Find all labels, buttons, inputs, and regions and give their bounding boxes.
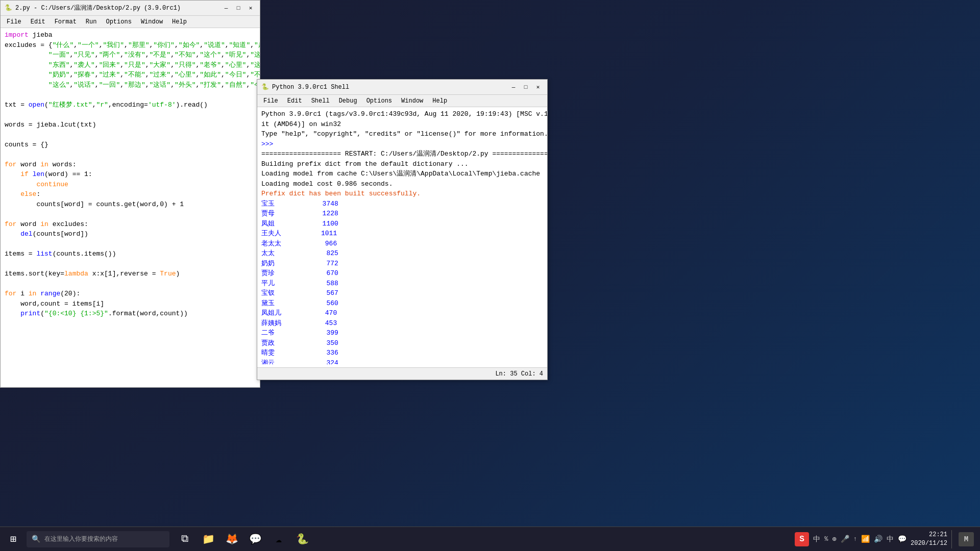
clock-date: 2020/11/12 xyxy=(911,539,947,548)
shell-maximize-button[interactable]: □ xyxy=(521,82,531,92)
windows-logo-icon: ⊞ xyxy=(10,533,16,545)
shell-python-icon: 🐍 xyxy=(261,83,269,91)
taskview-icon: ⧉ xyxy=(181,533,188,545)
shell-menu-help[interactable]: Help xyxy=(428,96,451,106)
taskbar-search-icon: 🔍 xyxy=(32,535,40,543)
minimize-button[interactable]: — xyxy=(221,3,231,13)
folder-icon: 📁 xyxy=(202,533,215,545)
ime-zh-icon[interactable]: 中 xyxy=(887,535,894,544)
close-button[interactable]: ✕ xyxy=(246,3,256,13)
code-editor-area[interactable]: import jieba excludes = {"什么","一个","我们",… xyxy=(1,28,260,387)
taskbar-search-text: 在这里输入你要搜索的内容 xyxy=(44,535,118,543)
wechat-icon: 💬 xyxy=(249,533,262,545)
shell-status-bar: Ln: 35 Col: 4 xyxy=(257,367,547,380)
shell-menu-bar: File Edit Shell Debug Options Window Hel… xyxy=(257,95,547,107)
editor-title-bar: 🐍 2.py - C:/Users/温润清/Desktop/2.py (3.9.… xyxy=(1,1,260,16)
system-tray: S 中 % ⊕ 🎤 ↑ 📶 🔊 中 💬 22:21 2020/11/12 M xyxy=(795,530,978,548)
upload-icon[interactable]: ↑ xyxy=(853,536,857,543)
shell-minimize-button[interactable]: — xyxy=(508,82,519,92)
python-shell-window: 🐍 Python 3.9.0rc1 Shell — □ ✕ File Edit … xyxy=(257,79,548,380)
menu-window[interactable]: Window xyxy=(137,17,167,27)
python-taskbar-icon: 🐍 xyxy=(296,533,309,545)
python-app-button[interactable]: 🐍 xyxy=(291,528,313,550)
firefox-icon: 🦊 xyxy=(226,533,238,545)
shell-menu-edit[interactable]: Edit xyxy=(283,96,306,106)
sogou-icon[interactable]: S xyxy=(795,532,809,546)
idle-editor-window: 🐍 2.py - C:/Users/温润清/Desktop/2.py (3.9.… xyxy=(0,0,260,388)
maximize-button[interactable]: □ xyxy=(233,3,243,13)
menu-help[interactable]: Help xyxy=(168,17,191,27)
menu-format[interactable]: Format xyxy=(51,17,81,27)
start-button[interactable]: ⊞ xyxy=(2,528,24,550)
cloud-button[interactable]: ☁ xyxy=(267,528,290,550)
cloud-icon: ☁ xyxy=(276,533,282,545)
shell-title: 🐍 Python 3.9.0rc1 Shell xyxy=(261,83,349,91)
shell-menu-options[interactable]: Options xyxy=(362,96,396,106)
volume-icon[interactable]: 🔊 xyxy=(874,535,883,543)
shell-window-controls[interactable]: — □ ✕ xyxy=(508,82,543,92)
shell-title-bar: 🐍 Python 3.9.0rc1 Shell — □ ✕ xyxy=(257,80,547,95)
ime-setting-icon[interactable]: ⊕ xyxy=(832,535,836,543)
taskbar-search-bar[interactable]: 🔍 在这里输入你要搜索的内容 xyxy=(27,531,169,547)
shell-status-text: Ln: 35 Col: 4 xyxy=(495,370,543,378)
editor-window-controls[interactable]: — □ ✕ xyxy=(221,3,256,13)
clock-time: 22:21 xyxy=(911,531,947,539)
shell-title-text: Python 3.9.0rc1 Shell xyxy=(272,84,349,91)
menu-file[interactable]: File xyxy=(3,17,26,27)
show-desktop-button[interactable] xyxy=(951,530,954,548)
notification-icon[interactable]: 💬 xyxy=(898,535,906,543)
menu-edit[interactable]: Edit xyxy=(27,17,50,27)
taskbar-pinned-apps: ⧉ 📁 🦊 💬 ☁ 🐍 xyxy=(174,528,313,550)
shell-close-button[interactable]: ✕ xyxy=(533,82,543,92)
microphone-icon[interactable]: 🎤 xyxy=(841,535,849,543)
python-icon: 🐍 xyxy=(5,4,12,12)
editor-title-text: 2.py - C:/Users/温润清/Desktop/2.py (3.9.0r… xyxy=(15,4,181,12)
firefox-button[interactable]: 🦊 xyxy=(220,528,243,550)
shell-menu-debug[interactable]: Debug xyxy=(335,96,361,106)
m-button[interactable]: M xyxy=(959,532,974,546)
shell-menu-file[interactable]: File xyxy=(259,96,282,106)
explorer-button[interactable]: 📁 xyxy=(197,528,219,550)
editor-menu-bar: File Edit Format Run Options Window Help xyxy=(1,16,260,28)
editor-title: 🐍 2.py - C:/Users/温润清/Desktop/2.py (3.9.… xyxy=(5,4,181,12)
wechat-button[interactable]: 💬 xyxy=(244,528,266,550)
system-clock[interactable]: 22:21 2020/11/12 xyxy=(911,531,947,548)
taskbar: ⊞ 🔍 在这里输入你要搜索的内容 ⧉ 📁 🦊 💬 ☁ 🐍 S 中 xyxy=(0,527,980,551)
network-icon[interactable]: 📶 xyxy=(861,535,870,543)
shell-menu-shell[interactable]: Shell xyxy=(307,96,334,106)
taskview-button[interactable]: ⧉ xyxy=(174,528,196,550)
menu-run[interactable]: Run xyxy=(82,17,101,27)
menu-options[interactable]: Options xyxy=(102,17,135,27)
language-indicator[interactable]: 中 xyxy=(813,535,820,544)
punctuation-indicator[interactable]: % xyxy=(824,536,828,543)
shell-menu-window[interactable]: Window xyxy=(397,96,427,106)
shell-output-area[interactable]: Python 3.9.0rc1 (tags/v3.9.0rc1:439c93d,… xyxy=(257,107,547,364)
